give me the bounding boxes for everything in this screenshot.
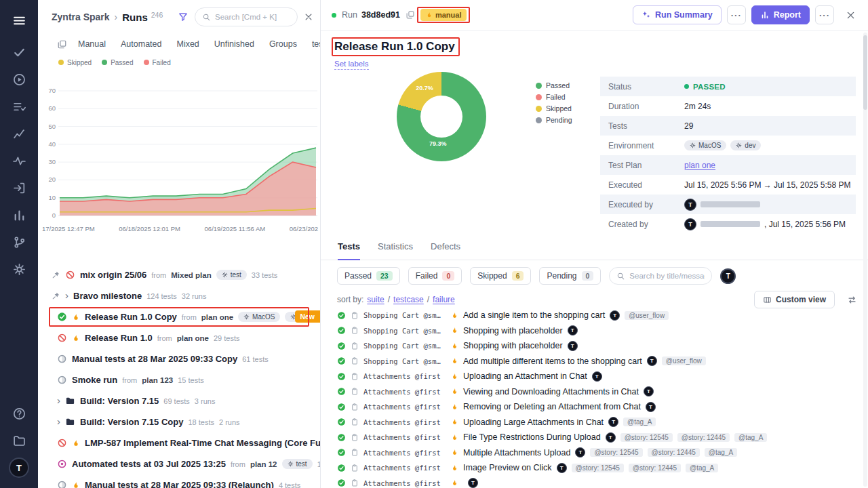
run-plan-name[interactable]: plan one	[201, 313, 233, 321]
copy-run-id-button[interactable]	[406, 10, 415, 20]
run-list-item[interactable]: Manual tests at 28 Mar 2025 09:33 (Relau…	[38, 474, 320, 488]
test-row[interactable]: Attachments @firstImage Preview on Click…	[337, 460, 864, 476]
test-plan-link[interactable]: plan one	[684, 161, 715, 170]
test-row[interactable]: Attachments @firstViewing and Downloadin…	[337, 384, 864, 400]
sort-by-failure[interactable]: failure	[433, 295, 455, 304]
filter-button[interactable]	[175, 9, 191, 25]
scrollbar-thumb[interactable]	[863, 35, 867, 110]
flame-icon	[451, 311, 458, 320]
test-tag[interactable]: @user_flow	[625, 311, 669, 320]
donut-legend-failed[interactable]: Failed	[536, 93, 572, 101]
sidebar-box-arrow-button[interactable]	[7, 178, 31, 198]
tab-tests[interactable]: Tests	[338, 241, 360, 260]
donut-legend-skipped[interactable]: Skipped	[536, 104, 572, 113]
runs-tab-unfinished[interactable]: Unfinished	[214, 39, 254, 49]
run-list-item[interactable]: mix origin 25/06fromMixed plantest33 tes…	[38, 264, 320, 285]
sort-by-testcase[interactable]: testcase	[393, 295, 424, 304]
runs-tab-groups[interactable]: Groups	[269, 39, 297, 49]
test-row[interactable]: Attachments @firstFile Type Restrictions…	[337, 430, 864, 445]
filter-passed[interactable]: Passed23	[337, 267, 400, 285]
run-list-item[interactable]: Manual tests at 28 Mar 2025 09:33 Copy61…	[38, 348, 320, 369]
run-list-item[interactable]: ›Build: Version 7.15 Copy18 tests2 runs	[38, 411, 320, 432]
donut-legend-passed[interactable]: Passed	[536, 81, 572, 89]
sidebar-gear-button[interactable]	[7, 259, 31, 279]
runs-tab-automated[interactable]: Automated	[121, 39, 161, 49]
test-tag[interactable]: @user_flow	[662, 357, 706, 365]
chart-legend-skipped[interactable]: Skipped	[58, 59, 92, 66]
run-plan-name[interactable]: Mixed plan	[171, 271, 211, 279]
tab-defects[interactable]: Defects	[431, 241, 460, 260]
run-list-item[interactable]: Release Run 1.0fromplan one29 tests	[38, 327, 320, 348]
custom-view-button[interactable]: Custom view	[754, 291, 835, 308]
run-summary-button[interactable]: Run Summary	[633, 5, 722, 24]
chevron-right-icon[interactable]: ›	[65, 290, 68, 300]
run-plan-name[interactable]: plan 12	[250, 460, 277, 468]
chart-legend-passed[interactable]: Passed	[102, 59, 133, 66]
display-settings-button[interactable]	[845, 293, 859, 306]
test-tag[interactable]: @story: 12545	[572, 464, 624, 472]
test-tag[interactable]: @tag_A	[686, 464, 718, 472]
test-tag[interactable]: @story: 12445	[677, 433, 730, 442]
test-tag[interactable]: @story: 12545	[620, 433, 673, 442]
runs-search[interactable]	[195, 7, 298, 26]
test-row[interactable]: Shopping Cart @sm…Add multiple different…	[337, 354, 864, 369]
filter-pending[interactable]: Pending0	[539, 267, 601, 285]
run-list-item[interactable]: Release Run 1.0 Copyfromplan oneMacOSdev…	[38, 306, 320, 327]
sort-by-suite[interactable]: suite	[367, 295, 384, 304]
test-row[interactable]: Attachments @firstMultiple Attachments U…	[337, 445, 864, 461]
more-options-button[interactable]: ···	[727, 5, 746, 24]
assignee-filter-avatar[interactable]: T	[720, 268, 736, 284]
runs-search-input[interactable]	[215, 13, 290, 21]
tab-statistics[interactable]: Statistics	[378, 241, 413, 260]
chevron-right-icon[interactable]: ›	[57, 416, 60, 426]
runs-panel-close-button[interactable]	[301, 9, 316, 24]
test-tag[interactable]: @story: 12445	[648, 448, 700, 457]
sidebar-help-circle-button[interactable]	[7, 403, 31, 424]
test-row[interactable]: Shopping Cart @sm…Add a single item to t…	[337, 308, 864, 323]
sidebar-git-branch-button[interactable]	[7, 232, 31, 252]
sidebar-check-button[interactable]	[7, 42, 31, 62]
runs-view-icon[interactable]	[57, 39, 67, 49]
donut-legend-pending[interactable]: Pending	[536, 116, 572, 124]
test-row[interactable]: Attachments @firstRemoving or Deleting a…	[337, 399, 864, 415]
sidebar-folder-button[interactable]	[7, 430, 31, 451]
test-row[interactable]: Shopping Cart @sm…Shopping with placehol…	[337, 323, 864, 339]
test-row[interactable]: Attachments @firstUploading an Attachmen…	[337, 369, 864, 384]
test-tag[interactable]: @tag_A	[705, 448, 737, 457]
close-run-button[interactable]	[842, 7, 859, 23]
breadcrumb-runs[interactable]: Runs	[122, 12, 148, 23]
test-tag[interactable]: @story: 12445	[629, 464, 681, 472]
sidebar-bar-chart-button[interactable]	[7, 205, 31, 225]
run-plan-name[interactable]: plan one	[177, 334, 209, 342]
sidebar-play-circle-button[interactable]	[7, 69, 31, 89]
filter-skipped[interactable]: Skipped6	[470, 267, 531, 285]
report-button[interactable]: Report	[751, 5, 810, 24]
run-plan-name[interactable]: plan 123	[142, 376, 173, 384]
test-row[interactable]: Attachments @firstUploading Large Attach…	[337, 415, 864, 430]
more-options-button-2[interactable]: ···	[815, 5, 834, 24]
chevron-right-icon[interactable]: ›	[57, 395, 60, 405]
tests-search[interactable]	[609, 267, 712, 285]
tests-search-input[interactable]	[629, 272, 705, 280]
set-labels-link[interactable]: Set labels	[334, 59, 369, 70]
test-tag[interactable]: @story: 12545	[590, 448, 642, 457]
runs-tab-manual[interactable]: Manual	[78, 39, 106, 49]
run-list-item[interactable]: ›Bravo milestone124 tests32 runs	[38, 285, 320, 306]
run-list-item[interactable]: LMP-587 Implement Real-Time Chat Messagi…	[38, 432, 320, 453]
sidebar-menu-button[interactable]	[7, 10, 31, 30]
run-list-item[interactable]: Smoke runfromplan 12315 tests	[38, 369, 320, 390]
run-list-item[interactable]: ›Build: Version 7.1569 tests3 runs	[38, 390, 320, 411]
sidebar-pulse-button[interactable]	[7, 150, 31, 171]
test-row[interactable]: Shopping Cart @sm…Shopping with placehol…	[337, 338, 864, 354]
test-tag[interactable]: @tag_A	[734, 433, 767, 442]
test-row[interactable]: Attachments @firstT	[337, 476, 864, 488]
filter-failed[interactable]: Failed0	[408, 267, 462, 285]
chart-legend-failed[interactable]: Failed	[144, 59, 171, 66]
sidebar-list-check-button[interactable]	[7, 96, 31, 117]
sidebar-line-chart-button[interactable]	[7, 123, 31, 144]
run-list-item[interactable]: Automated tests at 03 Jul 2025 13:25from…	[38, 453, 320, 474]
runs-tab-mixed[interactable]: Mixed	[176, 39, 199, 49]
sidebar-user-avatar[interactable]: T	[9, 458, 29, 478]
runs-tab-test[interactable]: test	[312, 39, 320, 49]
test-tag[interactable]: @tag_A	[623, 418, 656, 426]
